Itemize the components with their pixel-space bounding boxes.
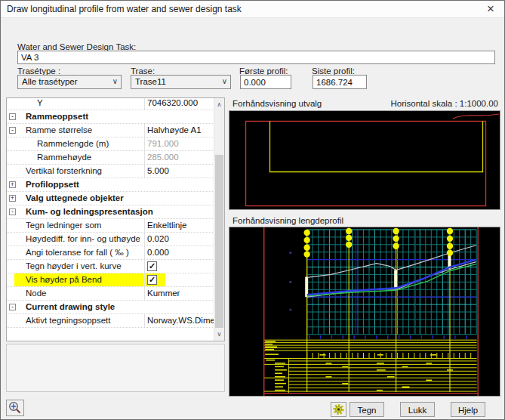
- grid-row-value[interactable]: Enkeltlinje: [145, 221, 215, 230]
- chevron-down-icon[interactable]: ∨: [112, 77, 118, 85]
- zoom-extents-icon: [7, 405, 23, 418]
- grid-row-value[interactable]: 0.020: [145, 234, 215, 243]
- grid-row-value[interactable]: Kummer: [145, 289, 215, 298]
- grid-row-label: Angi toleranse for fall ( ‰ ): [26, 248, 129, 257]
- trase-select[interactable]: Trase11 ∨: [131, 75, 231, 89]
- grid-row-label: Rammelengde (m): [37, 139, 109, 148]
- expand-icon[interactable]: +: [9, 195, 16, 202]
- draw-longitudinal-profile-dialog: Draw longitudinal profile from water and…: [0, 0, 505, 420]
- property-grid: Y7046320.000-Rammeoppsett-Ramme størrels…: [6, 97, 225, 341]
- grid-row-value[interactable]: 791.000: [145, 139, 215, 148]
- grid-row-kum-og-ledningspresentasjon[interactable]: -Kum- og ledningspresentasjon: [7, 205, 214, 219]
- collapse-icon[interactable]: -: [9, 208, 16, 215]
- grid-row-value[interactable]: 285.000: [145, 153, 215, 162]
- trasetype-select[interactable]: Alle trasétyper ∨: [17, 75, 122, 89]
- grid-row-tegn-ledninger-som[interactable]: Tegn ledninger somEnkeltlinje: [7, 219, 214, 233]
- grid-row-tegn-h-yder-i-vert-kurve[interactable]: Tegn høyder i vert. kurve✓: [7, 260, 214, 273]
- grid-row-value[interactable]: Halvhøyde A1: [145, 125, 215, 134]
- profile-preview-drawing: [229, 227, 500, 396]
- checkbox-checked[interactable]: ✓: [147, 275, 157, 285]
- scrollbar[interactable]: ∧ ∨: [214, 98, 224, 341]
- collapse-icon[interactable]: -: [9, 113, 16, 120]
- grid-row-label: Node: [26, 289, 47, 298]
- grid-row-y[interactable]: Y7046320.000: [7, 97, 214, 110]
- grid-row-node[interactable]: NodeKummer: [7, 287, 214, 301]
- frame-preview-drawing: [229, 111, 500, 209]
- preview-profile-canvas[interactable]: [229, 227, 500, 397]
- siste-profil-input[interactable]: [313, 75, 367, 89]
- forste-profil-input[interactable]: [240, 75, 291, 89]
- grid-row-ramme-st-rrelse[interactable]: -Ramme størrelseHalvhøyde A1: [7, 124, 214, 137]
- gear-icon: [331, 406, 346, 418]
- grid-row-label: Y: [37, 98, 43, 107]
- column-divider: [144, 260, 145, 273]
- grid-row-h-ydediff-for-inn-og-uth-yde[interactable]: Høydediff. for inn- og uthøyde0.020: [7, 233, 214, 246]
- grid-row-label: Vis høyder på Bend: [26, 275, 102, 284]
- grid-row-vertikal-forsterkning[interactable]: Vertikal forsterkning5.000: [7, 165, 214, 178]
- scroll-up-icon[interactable]: ∧: [214, 98, 224, 111]
- grid-row-rammeh-yde[interactable]: Rammehøyde285.000: [7, 151, 214, 165]
- chevron-down-icon[interactable]: ∨: [222, 77, 227, 85]
- grid-row-aktivt-tegningsoppsett[interactable]: Aktivt tegningsoppsettNorway.WS.Dimen: [7, 314, 214, 328]
- grid-row-label: Rammehøyde: [37, 153, 91, 162]
- grid-row-current-drawing-style[interactable]: -Current drawing style: [7, 301, 214, 314]
- column-divider: [144, 273, 145, 286]
- grid-row-label: Vertikal forsterkning: [26, 166, 102, 175]
- grid-row-angi-toleranse-for-fall[interactable]: Angi toleranse for fall ( ‰ )0.000: [7, 246, 214, 260]
- checkbox-checked[interactable]: ✓: [147, 261, 157, 271]
- scrollbar-thumb[interactable]: [215, 155, 223, 328]
- grid-row-value[interactable]: Norway.WS.Dimen: [145, 316, 215, 325]
- hjelp-button[interactable]: Hjelp: [451, 402, 485, 417]
- grid-row-rammeoppsett[interactable]: -Rammeoppsett: [7, 110, 214, 124]
- trase-selected-value: Trase11: [135, 77, 166, 86]
- collapse-icon[interactable]: -: [9, 127, 16, 134]
- property-description-box: [6, 344, 225, 392]
- grid-row-label: Aktivt tegningsoppsett: [26, 316, 111, 325]
- task-input[interactable]: [17, 51, 495, 64]
- grid-row-label: Ramme størrelse: [26, 125, 92, 134]
- scroll-down-icon[interactable]: ∨: [214, 328, 224, 341]
- grid-row-label: Current drawing style: [26, 302, 115, 311]
- grid-row-vis-h-yder-p-bend[interactable]: Vis høyder på Bend✓: [7, 273, 214, 287]
- close-icon[interactable]: ×: [483, 1, 498, 17]
- expand-icon[interactable]: +: [9, 181, 16, 188]
- preview-selection-label: Forhåndsvisning utvalg: [232, 99, 322, 108]
- lukk-button[interactable]: Lukk: [400, 402, 435, 417]
- titlebar: Draw longitudinal profile from water and…: [1, 1, 504, 18]
- grid-row-label: Høydediff. for inn- og uthøyde: [26, 234, 140, 243]
- tegn-button[interactable]: Tegn: [349, 402, 384, 417]
- grid-row-valg-uttegnede-objekter[interactable]: +Valg uttegnede objekter: [7, 192, 214, 205]
- grid-row-value[interactable]: 0.000: [145, 248, 215, 257]
- horizontal-scale-label: Horisontal skala : 1:1000.00: [390, 99, 498, 108]
- grid-row-profiloppsett[interactable]: +Profiloppsett: [7, 178, 214, 192]
- collapse-icon[interactable]: -: [9, 304, 16, 310]
- grid-row-label: Tegn ledninger som: [26, 221, 101, 230]
- dialog-title: Draw longitudinal profile from water and…: [7, 4, 242, 14]
- grid-row-label: Tegn høyder i vert. kurve: [26, 261, 122, 270]
- grid-row-value[interactable]: 7046320.000: [145, 98, 215, 107]
- trasetype-selected-value: Alle trasétyper: [22, 77, 78, 86]
- property-grid-rows: Y7046320.000-Rammeoppsett-Ramme størrels…: [7, 97, 214, 328]
- grid-row-label: Kum- og ledningspresentasjon: [26, 207, 153, 216]
- drawing-rules-button[interactable]: [331, 402, 346, 417]
- grid-row-rammelengde-m[interactable]: Rammelengde (m)791.000: [7, 137, 214, 151]
- preview-profile-label: Forhåndsvisning lengdeprofil: [232, 216, 343, 225]
- grid-row-value[interactable]: 5.000: [145, 166, 215, 175]
- zoom-extents-button[interactable]: [6, 400, 24, 416]
- grid-row-label: Valg uttegnede objekter: [26, 193, 124, 202]
- grid-row-label: Profiloppsett: [26, 180, 79, 189]
- preview-selection-canvas[interactable]: [229, 110, 500, 210]
- grid-row-label: Rammeoppsett: [26, 112, 88, 121]
